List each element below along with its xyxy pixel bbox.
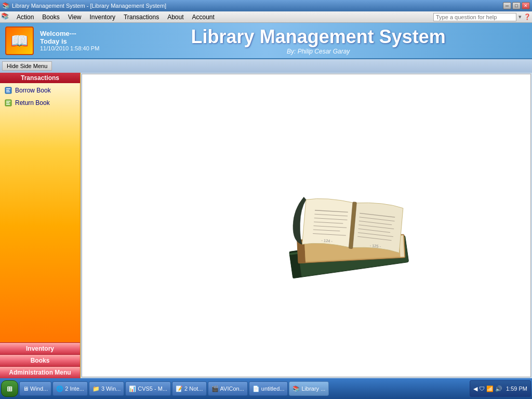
minimize-button[interactable]: ─ (503, 2, 511, 9)
author: By: Philip Cesar Garay (110, 48, 527, 55)
menu-transactions[interactable]: Transactions (119, 12, 163, 22)
book-illustration: - 124 - - 125 - (275, 179, 431, 283)
return-icon (4, 99, 12, 107)
menu-inventory[interactable]: Inventory (86, 12, 119, 22)
title-bar-text: Library Management System - [Library Man… (12, 3, 166, 9)
title-bar: 📚 Library Management System - [Library M… (0, 0, 532, 11)
menu-about[interactable]: About (163, 12, 188, 22)
help-dropdown-icon[interactable]: ▾ (518, 14, 522, 20)
sidebar-item-return[interactable]: Return Book (0, 97, 80, 109)
menu-view[interactable]: View (64, 12, 86, 22)
content-area: - 124 - - 125 - (82, 74, 531, 377)
borrow-icon (4, 86, 12, 95)
sidebar: Transactions Borrow Book (0, 73, 81, 378)
svg-rect-6 (6, 102, 9, 103)
svg-rect-5 (6, 101, 10, 102)
help-icon: ❓ (524, 14, 531, 20)
svg-rect-7 (6, 104, 10, 105)
svg-rect-2 (6, 90, 9, 91)
logo: 📖 (5, 26, 34, 55)
sidebar-transactions-label: Transactions (0, 73, 80, 83)
today-label: Today is (40, 37, 99, 45)
borrow-label: Borrow Book (15, 87, 51, 94)
sidebar-item-inventory[interactable]: Inventory (0, 342, 80, 354)
main-layout: Transactions Borrow Book (0, 73, 532, 378)
svg-rect-3 (6, 91, 10, 92)
maximize-button[interactable]: □ (512, 2, 521, 9)
svg-text:- 125 -: - 125 - (369, 243, 381, 249)
hide-side-menu-button[interactable]: Hide Side Menu (2, 61, 52, 71)
menu-action[interactable]: Action (12, 12, 38, 22)
svg-text:- 124 -: - 124 - (321, 238, 332, 244)
sidebar-spacer (0, 109, 80, 342)
datetime: 11/10/2010 1:58:40 PM (40, 45, 99, 51)
close-button[interactable]: ✕ (522, 2, 530, 9)
svg-rect-1 (6, 88, 10, 89)
toolbar-area: Hide Side Menu (0, 59, 532, 73)
help-input[interactable] (433, 13, 516, 21)
app-title: Library Management System (110, 26, 527, 48)
app-icon: 📚 (2, 2, 10, 9)
app-menu-icon: 📚 (1, 12, 10, 22)
return-label: Return Book (15, 99, 50, 107)
menu-bar: 📚 Action Books View Inventory Transactio… (0, 11, 532, 23)
menu-books[interactable]: Books (38, 12, 63, 22)
sidebar-item-admin[interactable]: Administration Menu (0, 366, 80, 378)
header: 📖 Welcome--- Today is 11/10/2010 1:58:40… (0, 23, 532, 59)
sidebar-item-books[interactable]: Books (0, 354, 80, 366)
menu-account[interactable]: Account (188, 12, 218, 22)
window-controls: ─ □ ✕ (503, 2, 530, 9)
sidebar-item-borrow[interactable]: Borrow Book (0, 84, 80, 97)
welcome-text: Welcome--- (40, 30, 99, 37)
